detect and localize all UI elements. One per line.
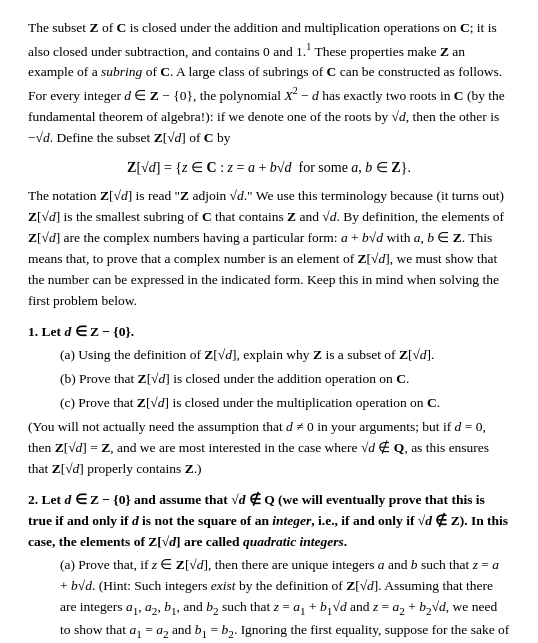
definition-set: Z[√d] = {z ∈ C : z = a + b√d for some a,… <box>28 157 510 179</box>
notation-paragraph: The notation Z[√d] is read "Z adjoin √d.… <box>28 186 510 312</box>
problem-1a: (a) Using the definition of Z[√d], expla… <box>60 345 510 366</box>
problem-1-note: (You will not actually need the assumpti… <box>28 417 510 480</box>
page: The subset Z of C is closed under the ad… <box>28 18 510 643</box>
problem-1c: (c) Prove that Z[√d] is closed under the… <box>60 393 510 414</box>
problem-2a: (a) Prove that, if z ∈ Z[√d], then there… <box>60 555 510 643</box>
problem-2-label: 2. Let d ∈ Z − {0} and assume that √d ∉ … <box>28 490 510 553</box>
problem-1b: (b) Prove that Z[√d] is closed under the… <box>60 369 510 390</box>
problem-1-label: 1. Let d ∈ Z − {0}. <box>28 322 510 343</box>
intro-paragraph: The subset Z of C is closed under the ad… <box>28 18 510 149</box>
